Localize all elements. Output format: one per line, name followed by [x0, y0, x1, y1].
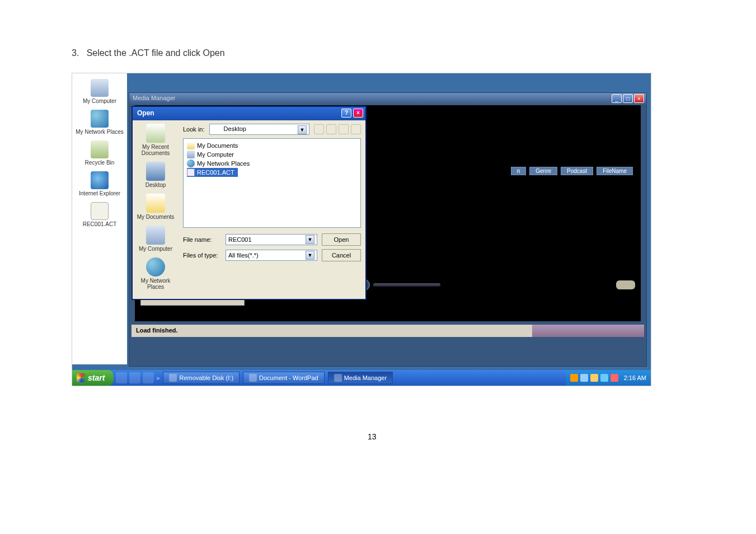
file-label: My Computer: [197, 151, 234, 158]
player-cap-right: [616, 280, 635, 289]
start-button[interactable]: start: [72, 370, 114, 386]
lookin-label: Look in:: [183, 126, 205, 133]
dropdown-arrow-icon[interactable]: ▼: [298, 125, 307, 134]
file-item[interactable]: My Network Places: [187, 159, 357, 168]
filename-value: REC001: [228, 236, 252, 243]
places-label: My Recent Documents: [133, 144, 179, 156]
quicklaunch-media-icon[interactable]: [143, 372, 154, 383]
quicklaunch-ie-icon[interactable]: [116, 372, 127, 383]
desktop-area: My ComputerMy Network PlacesRecycle BinI…: [72, 73, 127, 364]
taskbar-item-icon: [249, 374, 257, 382]
desktop-icon-label: My Network Places: [72, 129, 127, 135]
minimize-button[interactable]: _: [612, 94, 622, 103]
places-item[interactable]: My Network Places: [133, 257, 179, 290]
dialog-close-button[interactable]: ×: [353, 109, 363, 118]
filetype-dropdown-icon[interactable]: ▼: [306, 251, 314, 260]
tray-icon[interactable]: [611, 374, 618, 382]
page-number: 13: [368, 432, 377, 441]
file-list[interactable]: My DocumentsMy ComputerMy Network Places…: [183, 138, 361, 228]
desktop-icon-image: [91, 79, 109, 97]
column-header[interactable]: Podcast: [561, 167, 593, 175]
views-icon[interactable]: [351, 124, 361, 134]
desktop-icon-image: [91, 171, 109, 189]
media-manager-columns: nGenrePodcastFileName: [511, 167, 633, 175]
tray-icon[interactable]: [600, 374, 608, 382]
lookin-value: Desktop: [224, 125, 246, 132]
open-button[interactable]: Open: [322, 233, 361, 246]
filetype-select[interactable]: All files(*.*) ▼: [226, 250, 317, 261]
file-item[interactable]: REC001.ACT: [187, 168, 238, 177]
file-item[interactable]: My Documents: [187, 141, 357, 150]
places-label: My Network Places: [133, 278, 179, 290]
file-type-icon: [187, 151, 195, 158]
quicklaunch-desktop-icon[interactable]: [129, 372, 140, 383]
desktop-icon[interactable]: Recycle Bin: [72, 140, 127, 166]
desktop-icon[interactable]: My Computer: [72, 79, 127, 104]
taskbar-item[interactable]: Document - WordPad: [243, 372, 325, 384]
desktop-icon-image: [91, 202, 109, 220]
help-button[interactable]: ?: [341, 109, 351, 118]
taskbar-item[interactable]: Media Manager: [328, 372, 393, 384]
places-label: My Computer: [133, 246, 179, 252]
places-label: My Documents: [133, 214, 179, 220]
taskbar: start » Removable Disk (I:)Document - Wo…: [72, 370, 651, 386]
start-label: start: [88, 373, 105, 382]
file-label: My Network Places: [197, 160, 250, 167]
open-dialog-titlebar[interactable]: Open ? ×: [133, 107, 365, 120]
taskbar-item-label: Document - WordPad: [259, 374, 318, 381]
back-icon[interactable]: [314, 124, 324, 134]
places-bar: My Recent DocumentsDesktopMy DocumentsMy…: [133, 120, 179, 299]
desktop-icon: [212, 125, 220, 133]
media-manager-statusbar: Load finished.: [132, 325, 644, 337]
maximize-button[interactable]: □: [623, 94, 633, 103]
close-button[interactable]: ×: [634, 94, 644, 103]
places-icon: [146, 162, 165, 181]
places-item[interactable]: Desktop: [133, 162, 179, 188]
filetype-value: All files(*.*): [228, 252, 259, 259]
desktop-icon-image: [91, 110, 109, 128]
places-icon: [146, 194, 165, 213]
places-item[interactable]: My Computer: [133, 226, 179, 252]
filename-label: File name:: [183, 236, 221, 243]
desktop-icon[interactable]: My Network Places: [72, 110, 127, 135]
file-item[interactable]: My Computer: [187, 150, 357, 159]
places-item[interactable]: My Recent Documents: [133, 124, 179, 156]
filename-dropdown-icon[interactable]: ▼: [306, 235, 314, 244]
media-manager-titlebar[interactable]: Media Manager _ □ ×: [129, 93, 646, 105]
column-header[interactable]: FileName: [597, 167, 633, 175]
system-tray: 2:16 AM: [566, 370, 651, 386]
lookin-select[interactable]: Desktop ▼: [209, 124, 309, 135]
new-folder-icon[interactable]: [339, 124, 349, 134]
up-icon[interactable]: [326, 124, 336, 134]
tray-icon[interactable]: [580, 374, 588, 382]
column-header[interactable]: Genre: [529, 167, 557, 175]
places-icon: [146, 226, 165, 245]
desktop-icon[interactable]: REC001.ACT: [72, 202, 127, 227]
file-type-icon: [187, 160, 195, 167]
taskbar-item-label: Removable Disk (I:): [179, 374, 233, 381]
instruction-text: Select the .ACT file and click Open: [87, 48, 225, 58]
column-header[interactable]: n: [511, 167, 527, 175]
taskbar-item-icon: [169, 374, 177, 382]
places-icon: [146, 124, 165, 143]
windows-logo-icon: [77, 373, 86, 382]
places-icon: [146, 257, 165, 277]
places-item[interactable]: My Documents: [133, 194, 179, 220]
taskbar-item-label: Media Manager: [344, 374, 387, 381]
tray-icon[interactable]: [590, 374, 598, 382]
desktop-icon-label: Recycle Bin: [72, 160, 127, 166]
file-label: REC001.ACT: [197, 169, 234, 176]
taskbar-item[interactable]: Removable Disk (I:): [163, 372, 240, 384]
cancel-button[interactable]: Cancel: [322, 249, 361, 261]
desktop-icon-image: [91, 140, 109, 158]
volume-slider[interactable]: [373, 283, 440, 287]
tray-icon[interactable]: [570, 374, 578, 382]
desktop-icon[interactable]: Internet Explorer: [72, 171, 127, 196]
filename-input[interactable]: REC001 ▼: [226, 234, 317, 245]
screenshot-container: My ComputerMy Network PlacesRecycle BinI…: [72, 73, 651, 386]
file-type-icon: [187, 142, 195, 149]
window-controls: _ □ ×: [612, 94, 644, 103]
instruction-number: 3.: [72, 48, 79, 58]
open-dialog: Open ? × My Recent DocumentsDesktopMy Do…: [132, 106, 367, 300]
file-type-icon: [187, 168, 195, 176]
